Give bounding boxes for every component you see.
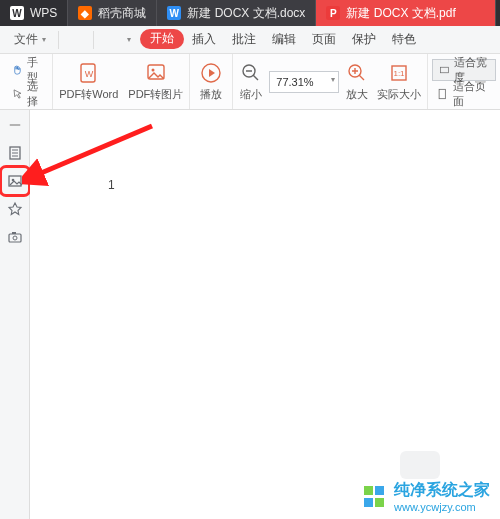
svg-point-9 [151,69,154,72]
pdf-to-image-button[interactable]: PDF转图片 [126,57,185,107]
watermark-title: 纯净系统之家 [394,480,490,501]
watermark-logo-icon [364,486,386,508]
print-icon[interactable] [81,29,87,51]
actual-size-button[interactable]: 1:1 实际大小 [375,57,423,107]
tool-group-convert: W PDF转Word PDF转图片 [53,54,190,109]
zoom-in-button[interactable]: 放大 [343,57,371,107]
menu-annotate[interactable]: 批注 [224,29,264,51]
sidebar-image-extract-icon[interactable] [4,170,26,192]
zoom-input[interactable] [269,71,339,93]
tab-label: 稻壳商城 [98,5,146,22]
toolbar: 手型 选择 W PDF转Word PDF转图片 播放 缩小 [0,54,500,110]
pdf-to-image-label: PDF转图片 [128,87,183,102]
sidebar-camera-icon[interactable] [4,226,26,248]
actual-size-label: 实际大小 [377,87,421,102]
decorative-ghost-icon [400,451,440,479]
svg-text:W: W [85,69,94,79]
svg-rect-20 [9,234,21,242]
svg-text:1:1: 1:1 [394,69,406,78]
svg-rect-16 [439,89,445,98]
watermark-url: www.ycwjzy.com [394,501,490,513]
docx-icon: W [167,6,181,20]
titlebar: W WPS ◆ 稻壳商城 W 新建 DOCX 文档.docx P 新建 DOCX… [0,0,500,26]
tab-pdf-active[interactable]: P 新建 DOCX 文档.pdf [316,0,496,26]
divider [93,31,94,49]
divider [58,31,59,49]
select-tool-button[interactable]: 选择 [8,83,48,105]
svg-rect-22 [12,232,16,234]
tool-group-play: 播放 [190,54,233,109]
zoom-out-label: 缩小 [240,87,262,102]
save-icon[interactable] [73,29,79,51]
select-tool-label: 选择 [27,79,44,109]
menubar: 文件 ▾ ▾ 开始 插入 批注 编辑 页面 保护 特色 [0,26,500,54]
chevron-down-icon: ▾ [42,35,46,44]
svg-rect-15 [441,67,449,73]
tab-store[interactable]: ◆ 稻壳商城 [68,0,157,26]
open-icon[interactable] [65,29,71,51]
menu-page[interactable]: 页面 [304,29,344,51]
page-rotate-icon[interactable] [116,29,122,51]
zoom-in-label: 放大 [346,87,368,102]
menu-special[interactable]: 特色 [384,29,424,51]
page-number: 1 [108,178,115,192]
left-sidebar [0,110,30,519]
chevron-down-icon: ▾ [331,75,335,84]
tool-group-fit: 适合宽度 适合页面 [428,54,500,109]
app-tab[interactable]: W WPS [0,0,68,26]
play-button[interactable]: 播放 [194,57,228,107]
main-menu: 开始 插入 批注 编辑 页面 保护 特色 [140,29,424,51]
tool-group-zoom: 缩小 ▾ 放大 1:1 实际大小 [233,54,428,109]
store-icon: ◆ [78,6,92,20]
file-menu[interactable]: 文件 ▾ [12,29,52,51]
pdf-to-word-button[interactable]: W PDF转Word [57,57,120,107]
tab-label: 新建 DOCX 文档.pdf [346,5,455,22]
tab-docx[interactable]: W 新建 DOCX 文档.docx [157,0,316,26]
sidebar-thumbnails-icon[interactable] [4,142,26,164]
app-label: WPS [30,6,57,20]
hamburger-icon[interactable] [4,29,10,51]
menu-insert[interactable]: 插入 [184,29,224,51]
file-menu-label: 文件 [14,31,38,48]
sidebar-bookmark-icon[interactable] [4,198,26,220]
zoom-out-button[interactable]: 缩小 [237,57,265,107]
pdf-icon: P [326,6,340,20]
svg-point-21 [13,236,17,240]
play-label: 播放 [200,87,222,102]
pdf-to-word-label: PDF转Word [59,87,118,102]
chevron-down-icon[interactable]: ▾ [124,29,134,51]
zoom-combo[interactable]: ▾ [269,71,339,93]
hand-tool-button[interactable]: 手型 [8,59,48,81]
fit-page-button[interactable]: 适合页面 [432,83,496,105]
fit-page-label: 适合页面 [453,79,492,109]
menu-edit[interactable]: 编辑 [264,29,304,51]
menu-protect[interactable]: 保护 [344,29,384,51]
tab-label: 新建 DOCX 文档.docx [187,5,305,22]
watermark: 纯净系统之家 www.ycwjzy.com [364,480,490,513]
menu-start[interactable]: 开始 [140,29,184,49]
fit-width-button[interactable]: 适合宽度 [432,59,496,81]
redo-icon[interactable] [108,29,114,51]
tool-group-select: 手型 选择 [4,54,53,109]
collapse-handle-icon[interactable] [4,114,26,136]
wps-logo-icon: W [10,6,24,20]
undo-icon[interactable] [100,29,106,51]
